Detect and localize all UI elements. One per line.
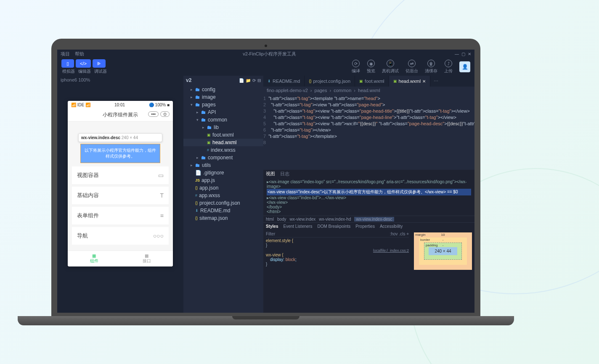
style-tab[interactable]: DOM Breakpoints (317, 224, 350, 229)
tree-item[interactable]: ▸🖿lib (183, 124, 263, 131)
tree-item[interactable]: ▸🖿utils (183, 161, 263, 169)
file-explorer: v2 📄 📁 ⟳ ⊟ ▸🖿config▸🖿image▾🖿pages▸🖿API▾🖿… (183, 76, 263, 313)
tree-item[interactable]: ▣head.wxml (183, 139, 263, 146)
style-tab[interactable]: Properties (355, 224, 375, 229)
pill-editor[interactable]: </> (76, 59, 91, 68)
inspect-tooltip: wx-view.index-desc 240 × 44 (78, 133, 162, 142)
editor-tab[interactable]: ▣foot.wxml (355, 76, 389, 87)
menu-item[interactable]: 视图容器▭ (72, 166, 169, 184)
pill-simulator[interactable]: ▯ (61, 59, 74, 68)
tree-item[interactable]: JSapp.js (183, 177, 263, 184)
toolbar: ▯ </> ⫸ 模拟器 编辑器 调试器 ⟳编译◉预览📱真机调试⇄切后台🗑清缓存⤴… (57, 58, 474, 76)
tool-切后台[interactable]: ⇄切后台 (406, 60, 418, 74)
tab-overflow[interactable]: ⋯ (430, 76, 442, 87)
editor-tab[interactable]: ⬇README.md (263, 76, 305, 87)
tree-item[interactable]: ▾🖿common (183, 116, 263, 124)
status-signal: 📶 IDE 📶 (71, 103, 90, 107)
pill-label-debug: 调试器 (94, 69, 107, 74)
tree-item[interactable]: ▸🖿component (183, 154, 263, 161)
tree-item[interactable]: ▣foot.wxml (183, 131, 263, 139)
status-time: 10:01 (114, 103, 125, 107)
tree-item[interactable]: ▸🖿API (183, 108, 263, 116)
devtools-panel: 视图 日志 ▸<wx-image class="index-logo" src=… (263, 170, 474, 313)
tool-编译[interactable]: ⟳编译 (352, 60, 360, 74)
phone-tab[interactable]: ▦接口 (120, 251, 173, 266)
explorer-root[interactable]: v2 (186, 77, 191, 83)
style-tab[interactable]: Event Listeners (283, 224, 312, 229)
tree-item[interactable]: {}sitemap.json (183, 214, 263, 222)
tree-item[interactable]: ⬇README.md (183, 207, 263, 214)
dom-tree[interactable]: ▸<wx-image class="index-logo" src="../re… (263, 178, 474, 216)
tool-真机调试[interactable]: 📱真机调试 (382, 60, 399, 74)
new-folder-icon[interactable]: 📁 (246, 78, 251, 83)
window-title: v2-FinClip小程序开发工具 (84, 51, 455, 57)
collapse-icon[interactable]: ⊟ (257, 78, 261, 83)
style-filter[interactable]: Filter (266, 232, 275, 236)
code-editor[interactable]: 12345678 "t-attr">class="t-tag"><templat… (263, 94, 474, 170)
style-tab[interactable]: Accessibility (380, 224, 403, 229)
pill-debugger[interactable]: ⫸ (93, 59, 106, 68)
avatar[interactable]: 👤 (459, 61, 470, 72)
refresh-icon[interactable]: ⟳ (252, 78, 256, 83)
tree-item[interactable]: ▸🖿image (183, 93, 263, 101)
phone-tab[interactable]: ▦组件 (68, 251, 120, 266)
menu-item[interactable]: 表单组件≡ (72, 207, 169, 224)
page-title: 小程序组件展示 (103, 112, 138, 118)
simulator-panel: iphone6 100% 📶 IDE 📶 10:01 🔵 100% ■ 小程序组… (57, 76, 183, 313)
new-file-icon[interactable]: 📄 (239, 78, 244, 83)
devtab-log[interactable]: 日志 (280, 171, 289, 177)
tool-上传[interactable]: ⤴上传 (444, 60, 453, 74)
tree-item[interactable]: {}app.json (183, 184, 263, 192)
tree-item[interactable]: ▸🖿config (183, 86, 263, 93)
breadcrumb: fino-applet-demo-v2›pages›common›head.wx… (263, 87, 474, 94)
add-rule-icon[interactable]: + (406, 232, 409, 236)
tree-item[interactable]: #index.wxss (183, 146, 263, 154)
selected-element[interactable]: 以下将展示小程序官方组件能力，组件样式仅供参考。 (80, 144, 160, 163)
tree-item[interactable]: 📄.gitignore (183, 169, 263, 177)
tool-预览[interactable]: ◉预览 (367, 60, 375, 74)
menu-item[interactable]: 导航○○○ (72, 227, 169, 245)
cls-toggle[interactable]: .cls (399, 232, 405, 236)
capsule-menu[interactable]: ••• (148, 111, 159, 117)
titlebar: 项目 帮助 v2-FinClip小程序开发工具 — ▢ ✕ (57, 50, 474, 58)
box-model: margin10 border- padding- 240 × 44 (411, 230, 474, 313)
pill-label-sim: 模拟器 (62, 69, 75, 74)
minimize-icon[interactable]: — (455, 52, 459, 56)
menu-item[interactable]: 基础内容T (72, 187, 169, 204)
ide-window: 项目 帮助 v2-FinClip小程序开发工具 — ▢ ✕ ▯ </> ⫸ (57, 50, 474, 313)
maximize-icon[interactable]: ▢ (461, 52, 465, 56)
device-label: iphone6 100% (57, 76, 183, 84)
capsule-close[interactable]: ⊙ (160, 111, 170, 117)
tree-item[interactable]: {}project.config.json (183, 199, 263, 207)
styles-pane[interactable]: Filter :hov .cls + element.style {}</div… (263, 230, 411, 313)
dom-breadcrumb[interactable]: htmlbodywx-view.indexwx-view.index-hdwx-… (263, 216, 474, 223)
phone-frame: 📶 IDE 📶 10:01 🔵 100% ■ 小程序组件展示 •••⊙ wx (68, 101, 173, 266)
tree-item[interactable]: ▾🖿pages (183, 101, 263, 108)
status-battery: 🔵 100% ■ (149, 103, 170, 107)
laptop-frame: 项目 帮助 v2-FinClip小程序开发工具 — ▢ ✕ ▯ </> ⫸ (51, 39, 548, 325)
pill-label-edit: 编辑器 (78, 69, 91, 74)
menu-help[interactable]: 帮助 (75, 51, 84, 57)
editor-tab[interactable]: ▣head.wxml✕ (389, 76, 431, 87)
tree-item[interactable]: #app.wxss (183, 192, 263, 199)
devtab-view[interactable]: 视图 (266, 171, 275, 177)
hov-toggle[interactable]: :hov (390, 232, 398, 236)
editor-tabs: ⬇README.md{}project.config.json▣foot.wxm… (263, 76, 474, 87)
close-icon[interactable]: ✕ (468, 52, 471, 56)
style-tab[interactable]: Styles (266, 224, 278, 229)
editor-tab[interactable]: {}project.config.json (305, 76, 355, 87)
menu-project[interactable]: 项目 (61, 51, 70, 57)
tool-清缓存[interactable]: 🗑清缓存 (425, 60, 437, 74)
